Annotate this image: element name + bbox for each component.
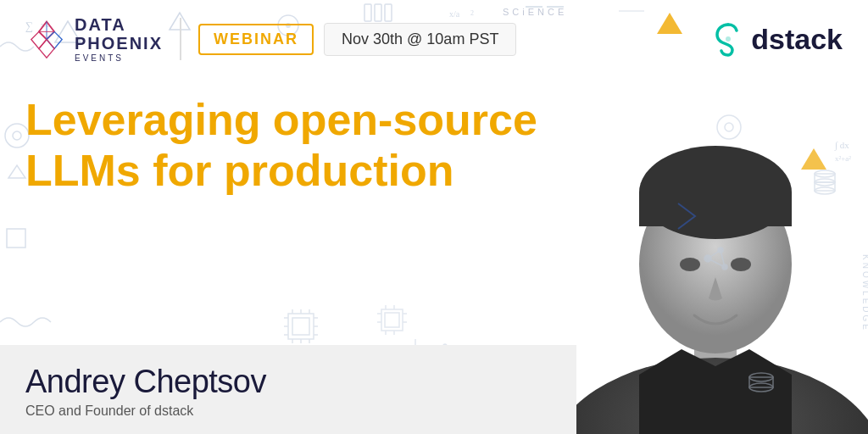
svg-point-97 [680, 258, 700, 271]
svg-rect-96 [639, 192, 792, 226]
svg-point-91 [726, 36, 731, 42]
logo-events-text: EVENTS [75, 53, 163, 63]
logo-phoenix-text: PHOENIX [75, 34, 163, 53]
header-divider [180, 18, 181, 60]
dstack-name: dstack [751, 23, 843, 56]
speaker-name: Andrey Cheptsov [25, 364, 551, 400]
webinar-label: WEBINAR [214, 31, 298, 47]
speaker-area: Andrey Cheptsov CEO and Founder of dstac… [0, 345, 576, 434]
data-phoenix-logo: DATA PHOENIX EVENTS [25, 15, 163, 63]
speaker-title: CEO and Founder of dstack [25, 403, 551, 419]
title-line2: LLMs for production [25, 146, 551, 197]
svg-marker-88 [39, 39, 54, 58]
dstack-logo: dstack [710, 21, 843, 57]
bottom-section: Andrey Cheptsov CEO and Founder of dstac… [0, 345, 868, 434]
title-line1: Leveraging open-source [25, 95, 551, 146]
svg-rect-52 [381, 309, 403, 331]
phoenix-icon [25, 18, 68, 60]
date-badge: Nov 30th @ 10am PST [324, 23, 516, 56]
svg-rect-53 [385, 313, 399, 327]
logo-data-text: DATA [75, 15, 163, 34]
svg-point-98 [731, 258, 751, 271]
svg-rect-19 [7, 229, 25, 248]
main-container: ∑ x/a x/a 2 SCiENCE [0, 0, 868, 434]
logo-text: DATA PHOENIX EVENTS [75, 15, 163, 63]
svg-marker-87 [47, 31, 62, 48]
dstack-icon [710, 21, 746, 57]
webinar-badge: WEBINAR [198, 24, 314, 55]
text-section: Leveraging open-source LLMs for producti… [25, 86, 843, 197]
date-text: Nov 30th @ 10am PST [342, 31, 498, 47]
main-title: Leveraging open-source LLMs for producti… [25, 95, 551, 197]
main-content: Leveraging open-source LLMs for producti… [0, 78, 868, 197]
header: DATA PHOENIX EVENTS WEBINAR Nov 30th @ 1… [0, 0, 868, 78]
svg-rect-39 [292, 318, 309, 335]
svg-marker-86 [31, 31, 47, 48]
svg-rect-38 [288, 314, 314, 339]
